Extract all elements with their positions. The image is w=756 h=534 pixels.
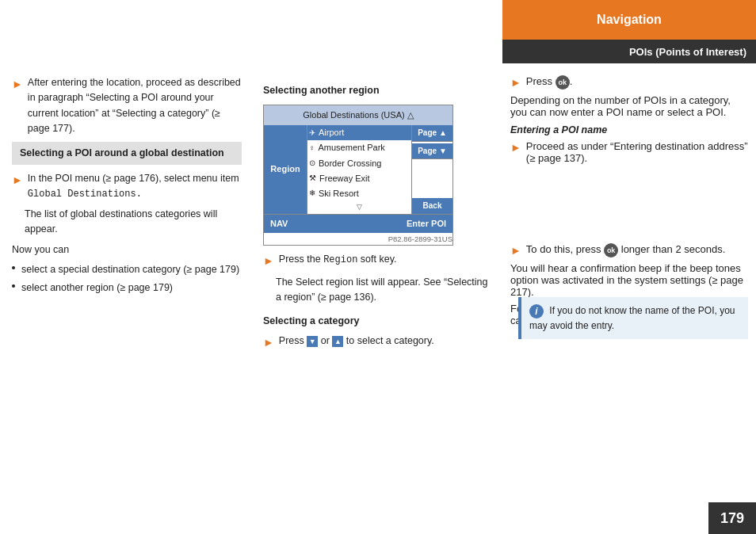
screen-item-border: ⊙ Border Crossing [307,156,411,171]
screen-header: Global Destinations (USA) △ [264,105,452,125]
arrow-icon-6: ► [510,141,521,154]
freeway-icon: ⚒ [309,172,316,185]
step-category-bullet: ► Press ▼ or ▲ to select a category. [263,334,493,352]
arrow-icon-2: ► [12,172,23,189]
screen-right-buttons: Page ▲ Page ▼ Back [411,125,452,213]
airport-icon: ✈ [309,127,315,139]
dot-icon [12,266,15,269]
screen-items-area: ✈ Airport ♀ Amusement Park ⊙ Border Cros… [307,125,411,213]
screen-header-text: Global Destinations (USA) [303,110,404,120]
enter-poi-label: Enter POI [407,217,446,231]
back-button[interactable]: Back [412,198,452,214]
triangle-up-icon: △ [407,110,414,120]
sub-header: POIs (Points of Interest) [502,40,756,63]
freeway-label: Freeway Exit [319,172,370,185]
arrow-icon-5: ► [510,76,521,89]
entering-poi-title: Entering a POI name [510,124,748,135]
page-number: 179 [720,510,744,527]
step-region-text: Press the Region soft key. [279,252,397,268]
intro-bullet: ► After entering the location, proceed a… [12,75,242,137]
page-up-button[interactable]: Page ▲ [412,125,452,142]
intro-text: After entering the location, proceed as … [28,75,242,137]
ski-label: Ski Resort [319,187,359,200]
screen-ui: Global Destinations (USA) △ Region ✈ Air… [263,105,453,246]
bullet1: select a special destination category (≥… [12,262,242,277]
beep-detail: You will hear a confirmation beep if the… [510,262,748,298]
step-avoid-text: To do this, press ok longer than 2 secon… [526,243,725,257]
navigation-header: Navigation [502,0,756,40]
region-mono: Region [323,254,357,265]
border-icon: ⊙ [309,157,315,170]
info-box: i If you do not know the name of the POI… [518,297,748,339]
border-label: Border Crossing [319,157,381,170]
screen-item-airport: ✈ Airport [307,125,411,140]
screen-item-freeway: ⚒ Freeway Exit [307,171,411,186]
nav-label: NAV [270,217,288,231]
highlight-title: Selecting a POI around a global destinat… [20,147,224,158]
dot-icon-2 [12,284,15,288]
page-down-icon[interactable]: ▼ [307,336,318,347]
info-icon: i [529,304,544,318]
now-you-can: Now you can [12,242,242,257]
amusement-icon: ♀ [309,142,315,154]
triangle-down: ▽ [307,201,411,214]
section2-title: Selecting a category [263,314,493,329]
airport-label: Airport [319,126,344,139]
arrow-icon-7: ► [510,244,521,257]
header-title: Navigation [597,13,662,27]
page-up-icon[interactable]: ▲ [332,336,343,347]
ok-button-icon-2: ok [604,243,618,257]
highlight-box: Selecting a POI around a global destinat… [12,142,242,166]
step-region-bullet: ► Press the Region soft key. [263,252,493,270]
left-column: ► After entering the location, proceed a… [0,67,254,534]
arrow-icon: ► [12,76,23,93]
section1-title: Selecting another region [263,83,493,98]
ok-detail: Depending on the number of POIs in a cat… [510,94,748,118]
bullet2: select another region (≥ page 179) [12,280,242,296]
step-ok-bullet: ► Press ok. [510,75,748,90]
bullet2-text: select another region (≥ page 179) [21,280,173,296]
right-column: ► Press ok. Depending on the number of P… [502,67,756,534]
step-region-detail: The Select region list will appear. See … [276,275,493,306]
screen-item-amusement: ♀ Amusement Park [307,140,411,155]
step-entering-bullet: ► Proceed as under “Entering destination… [510,140,748,164]
screen-caption: P82.86-2899-31US [264,234,452,246]
step1-bullet: ► In the POI menu (≥ page 176), select m… [12,171,242,202]
screen-body: Region ✈ Airport ♀ Amusement Park ⊙ Bor [264,125,452,213]
info-text: If you do not know the name of the POI, … [529,305,735,331]
screen-items-list: ✈ Airport ♀ Amusement Park ⊙ Border Cros… [307,125,411,213]
screen-region-label: Region [264,125,307,213]
mid-column: Selecting another region Global Destinat… [254,67,502,534]
ok-button-icon: ok [556,75,570,90]
arrow-icon-3: ► [263,253,274,270]
screen-footer: NAV Enter POI [264,214,452,233]
step-category-text: Press ▼ or ▲ to select a category. [279,334,434,349]
screen-item-ski: ❄ Ski Resort [307,186,411,201]
sub-header-title: POIs (Points of Interest) [629,46,746,58]
step-ok-text: Press ok. [526,75,572,90]
arrow-icon-4: ► [263,334,274,352]
page-down-button[interactable]: Page ▼ [412,143,452,160]
step1-cont: The list of global destinations categori… [25,207,242,238]
page-number-box: 179 [708,502,756,534]
bullet1-text: select a special destination category (≥… [21,262,239,277]
amusement-label: Amusement Park [319,141,385,154]
step-avoid-bullet: ► To do this, press ok longer than 2 sec… [510,243,748,257]
ski-icon: ❄ [309,187,315,200]
step1-text: In the POI menu (≥ page 176), select men… [28,171,242,202]
step-entering-text: Proceed as under “Entering destination a… [526,140,748,164]
